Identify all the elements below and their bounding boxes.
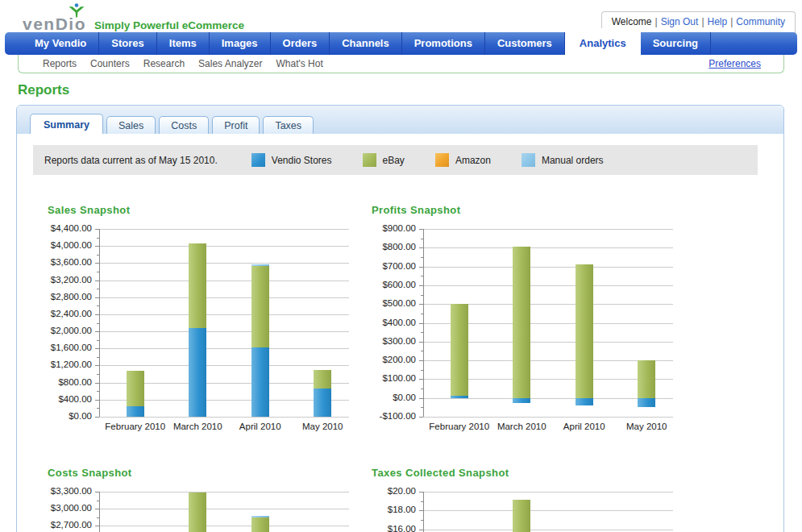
plot-area: -$100.00$0.00$100.00$200.00$300.00$400.0… bbox=[370, 229, 709, 438]
main-nav: My VendioStoresItemsImagesOrdersChannels… bbox=[5, 32, 797, 55]
subnav: ReportsCountersResearchSales AnalyzerWha… bbox=[18, 55, 784, 73]
plot-area: $0.00$2.00$4.00$6.00$8.00$10.00$12.00$14… bbox=[370, 492, 709, 532]
legend-label: Manual orders bbox=[542, 155, 604, 166]
legend-bar: Reports data current as of May 15 2010. … bbox=[33, 145, 758, 175]
y-axis-tick-label: $800.00 bbox=[46, 377, 92, 387]
nav-item-channels[interactable]: Channels bbox=[330, 32, 402, 55]
vendio-logo[interactable]: venDio bbox=[23, 5, 86, 33]
gridline bbox=[99, 281, 349, 281]
y-axis-tick-label: $300.00 bbox=[370, 336, 416, 346]
subnav-link-research[interactable]: Research bbox=[143, 58, 185, 69]
nav-item-stores[interactable]: Stores bbox=[99, 32, 156, 55]
y-axis-tick-label: $3,600.00 bbox=[46, 257, 92, 267]
y-axis-tick-label: $16.00 bbox=[370, 524, 416, 532]
preferences-link[interactable]: Preferences bbox=[709, 58, 761, 69]
bar-segment-ebay bbox=[127, 371, 144, 406]
tab-costs[interactable]: Costs bbox=[159, 116, 209, 134]
subnav-link-counters[interactable]: Counters bbox=[90, 58, 130, 69]
tab-strip: SummarySalesCostsProfitTaxes bbox=[17, 106, 783, 134]
reports-panel: SummarySalesCostsProfitTaxes Reports dat… bbox=[16, 105, 784, 532]
y-axis-tick-label: $0.00 bbox=[46, 411, 92, 421]
gridline bbox=[423, 492, 673, 493]
y-axis-line bbox=[99, 492, 100, 532]
nav-item-items[interactable]: Items bbox=[157, 32, 210, 55]
chart-title: Profits Snapshot bbox=[372, 204, 709, 216]
y-axis-tick-label: $900.00 bbox=[370, 223, 416, 233]
y-axis-tick-label: $3,200.00 bbox=[46, 275, 92, 285]
y-axis-tick-label: $1,200.00 bbox=[46, 360, 92, 369]
gridline bbox=[423, 398, 673, 399]
tab-summary[interactable]: Summary bbox=[30, 114, 103, 134]
chart-title: Taxes Collected Snapshot bbox=[372, 467, 709, 479]
bar-segment-ebay bbox=[189, 493, 206, 532]
bar-segment-vendio bbox=[127, 406, 144, 417]
chart-title: Costs Snapshot bbox=[48, 467, 384, 479]
subnav-link-sales-analyzer[interactable]: Sales Analyzer bbox=[198, 58, 262, 69]
chart-profits-snapshot: Profits Snapshot-$100.00$0.00$100.00$200… bbox=[370, 204, 709, 438]
nav-item-promotions[interactable]: Promotions bbox=[402, 32, 485, 55]
x-axis-category-label: May 2010 bbox=[280, 422, 366, 431]
chart-costs-snapshot: Costs Snapshot$0.00$300.00$600.00$900.00… bbox=[46, 467, 384, 532]
y-axis-tick-label: $400.00 bbox=[46, 394, 92, 404]
gridline bbox=[99, 348, 349, 349]
gridline bbox=[99, 229, 349, 230]
header: venDio Simply Powerful eCommerce bbox=[23, 5, 244, 33]
chart-title: Sales Snapshot bbox=[48, 204, 384, 216]
legend-label: Amazon bbox=[455, 155, 491, 166]
y-axis-tick-label: $500.00 bbox=[370, 298, 416, 308]
bar-segment-vendio bbox=[576, 398, 593, 405]
gridline bbox=[423, 247, 673, 248]
bar-segment-vendio bbox=[638, 398, 655, 408]
nav-item-sourcing[interactable]: Sourcing bbox=[641, 32, 711, 55]
y-axis-tick-label: -$100.00 bbox=[370, 411, 416, 421]
bar-segment-ebay bbox=[513, 500, 530, 532]
y-axis-line bbox=[99, 229, 100, 417]
legend-swatch-manual-icon bbox=[522, 153, 535, 167]
legend-swatch-ebay-icon bbox=[363, 153, 376, 167]
help-link[interactable]: Help bbox=[708, 16, 728, 27]
bar-segment-ebay bbox=[513, 247, 530, 398]
legend-swatch-vendio-icon bbox=[251, 153, 265, 167]
bar-segment-ebay bbox=[189, 243, 206, 328]
tab-profit[interactable]: Profit bbox=[212, 116, 260, 134]
plot-area: $0.00$400.00$800.00$1,200.00$1,600.00$2,… bbox=[46, 229, 384, 438]
y-axis-tick-label: $3,300.00 bbox=[46, 486, 92, 496]
bar-segment-vendio bbox=[451, 396, 468, 397]
bar-segment-ebay bbox=[251, 517, 269, 532]
gridline bbox=[99, 492, 349, 493]
tabs: SummarySalesCostsProfitTaxes bbox=[30, 114, 314, 134]
nav-item-analytics[interactable]: Analytics bbox=[565, 28, 641, 55]
nav-item-orders[interactable]: Orders bbox=[271, 32, 330, 55]
y-axis-tick-label: $400.00 bbox=[370, 318, 416, 327]
legend-item-amazon: Amazon bbox=[435, 153, 491, 167]
nav-item-customers[interactable]: Customers bbox=[485, 32, 565, 55]
y-axis-tick-label: $3,000.00 bbox=[46, 503, 92, 513]
separator: | bbox=[730, 16, 733, 27]
subnav-link-what-s-hot[interactable]: What's Hot bbox=[276, 58, 322, 69]
gridline bbox=[423, 229, 673, 230]
tab-taxes[interactable]: Taxes bbox=[263, 116, 314, 134]
chart-sales-snapshot: Sales Snapshot$0.00$400.00$800.00$1,200.… bbox=[46, 204, 384, 438]
y-axis-tick-label: $1,600.00 bbox=[46, 343, 92, 352]
subnav-link-reports[interactable]: Reports bbox=[43, 58, 77, 69]
legend-item-vendio-stores: Vendio Stores bbox=[251, 153, 332, 167]
y-axis-tick-label: $800.00 bbox=[370, 242, 416, 251]
gridline bbox=[423, 530, 673, 530]
legend-label: eBay bbox=[383, 155, 405, 166]
nav-item-images[interactable]: Images bbox=[210, 32, 271, 55]
bar-segment-manual bbox=[251, 264, 269, 266]
gridline bbox=[99, 417, 349, 418]
community-link[interactable]: Community bbox=[736, 16, 785, 27]
tab-sales[interactable]: Sales bbox=[106, 116, 156, 134]
legend-item-manual-orders: Manual orders bbox=[522, 153, 604, 167]
subnav-links: ReportsCountersResearchSales AnalyzerWha… bbox=[43, 58, 337, 69]
nav-item-my-vendio[interactable]: My Vendio bbox=[23, 32, 99, 55]
bar-segment-vendio bbox=[251, 347, 269, 417]
gridline bbox=[99, 509, 349, 509]
y-axis-tick-label: $600.00 bbox=[370, 280, 416, 289]
bar-segment-ebay bbox=[314, 370, 331, 389]
sign-out-link[interactable]: Sign Out bbox=[661, 16, 699, 27]
y-axis-tick-label: $2,000.00 bbox=[46, 326, 92, 335]
page-title: Reports bbox=[18, 82, 69, 98]
y-axis-tick-label: $2,700.00 bbox=[46, 520, 92, 530]
